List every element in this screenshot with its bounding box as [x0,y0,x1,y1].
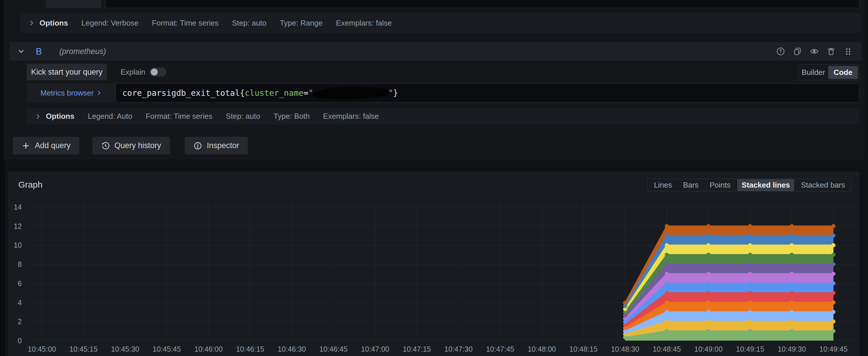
option-stat: Type: Range [280,19,322,28]
query-metric: core_parsigdb_exit_total{ [122,88,245,98]
drag-handle-button[interactable] [843,46,853,56]
eye-icon [810,47,819,56]
option-stat: Step: auto [232,19,267,28]
toggle-knob [151,68,158,75]
history-icon [101,141,110,150]
metrics-browser-label: Metrics browser [40,89,94,98]
svg-text:10:48:00: 10:48:00 [528,345,556,353]
svg-text:10:48:45: 10:48:45 [653,345,681,353]
query-b-header-actions: ? [776,46,853,56]
option-stat: Format: Time series [146,112,212,121]
svg-text:10:47:00: 10:47:00 [361,345,389,353]
query-a-input-remnant[interactable] [105,0,859,8]
metrics-browser-button[interactable]: Metrics browser [27,83,116,102]
svg-text:10:49:30: 10:49:30 [778,345,806,353]
svg-text:10: 10 [14,241,22,249]
query-b-options-stats: Legend: AutoFormat: Time seriesStep: aut… [88,112,379,121]
query-a-options-label: Options [39,19,68,28]
query-operator: = [304,88,309,98]
svg-text:?: ? [779,49,782,54]
stacked-area-chart[interactable]: 0246810121410:45:0010:45:1510:45:3010:45… [9,172,859,356]
svg-text:10:45:15: 10:45:15 [69,345,98,353]
promql-query-input[interactable]: core_parsigdb_exit_total{cluster_name=""… [116,83,859,102]
svg-text:8: 8 [18,260,22,268]
option-stat: Type: Both [274,112,310,121]
query-b-options-row[interactable]: Options Legend: AutoFormat: Time seriesS… [27,108,859,125]
explain-toggle[interactable] [150,68,166,76]
chevron-right-icon [96,90,102,96]
svg-text:10:49:15: 10:49:15 [736,345,764,353]
svg-text:10:47:15: 10:47:15 [403,345,431,353]
svg-text:10:47:30: 10:47:30 [444,345,473,353]
info-icon [193,141,202,150]
svg-text:10:48:15: 10:48:15 [569,345,597,353]
option-stat: Exemplars: false [336,19,392,28]
svg-text:10:47:45: 10:47:45 [486,345,514,353]
svg-text:10:46:00: 10:46:00 [194,345,222,353]
option-stat: Legend: Auto [88,112,132,121]
svg-text:12: 12 [14,222,22,230]
redacted-value-blob [312,85,390,100]
query-label-key: cluster_name [245,88,303,98]
help-icon: ? [776,47,785,56]
svg-text:10:49:45: 10:49:45 [819,345,847,353]
svg-text:14: 14 [14,203,22,211]
drag-handle-icon [843,47,852,56]
option-stat: Step: auto [226,112,260,121]
option-stat: Format: Time series [152,19,219,28]
kick-start-query-button[interactable]: Kick start your query [27,64,107,80]
svg-text:10:49:00: 10:49:00 [694,345,722,353]
query-a-options-row[interactable]: Options Legend: VerboseFormat: Time seri… [20,13,862,33]
explain-label: Explain [121,64,145,80]
trash-icon [827,47,836,56]
copy-icon [793,47,802,56]
query-close-brace: } [393,88,398,98]
svg-text:10:46:15: 10:46:15 [236,345,264,353]
option-stat: Legend: Verbose [81,19,138,28]
query-datasource: (prometheus) [59,47,106,56]
editor-mode-code[interactable]: Code [828,66,858,79]
button-label: Query history [115,141,161,150]
inspector-button[interactable]: Inspector [185,137,248,155]
svg-text:2: 2 [18,317,22,325]
svg-text:10:46:30: 10:46:30 [278,345,306,353]
query-a-button-remnant[interactable] [46,0,101,8]
svg-text:10:48:30: 10:48:30 [611,345,639,353]
trash-button[interactable] [826,46,836,56]
chevron-down-icon[interactable] [17,47,25,56]
svg-text:10:45:45: 10:45:45 [153,345,181,353]
grafana-explore-page: Options Legend: VerboseFormat: Time seri… [0,0,868,356]
chevron-right-icon [28,19,35,27]
svg-text:0: 0 [18,336,22,345]
svg-text:6: 6 [18,279,22,288]
svg-text:10:45:00: 10:45:00 [28,345,56,353]
query-a-options-stats: Legend: VerboseFormat: Time seriesStep: … [81,19,392,28]
editor-mode-builder[interactable]: Builder [799,66,828,79]
plus-icon [22,141,30,150]
svg-text:10:46:45: 10:46:45 [319,345,347,353]
editor-mode-switch: BuilderCode [798,64,859,80]
query-b-options-label: Options [46,112,74,121]
query-b-header[interactable]: B (prometheus) ? [9,42,862,61]
query-history-button[interactable]: Query history [92,137,170,155]
query-ref-id: B [36,46,42,57]
help-button[interactable]: ? [776,46,785,56]
svg-text:10:45:30: 10:45:30 [111,345,139,353]
button-label: Inspector [207,141,239,150]
svg-text:4: 4 [18,298,22,306]
eye-button[interactable] [809,46,819,56]
button-label: Add query [35,141,70,150]
add-query-button[interactable]: Add query [13,137,79,155]
option-stat: Exemplars: false [323,112,379,121]
copy-button[interactable] [793,46,802,56]
graph-panel: Graph LinesBarsPointsStacked linesStacke… [8,172,859,356]
chevron-right-icon [34,113,42,120]
